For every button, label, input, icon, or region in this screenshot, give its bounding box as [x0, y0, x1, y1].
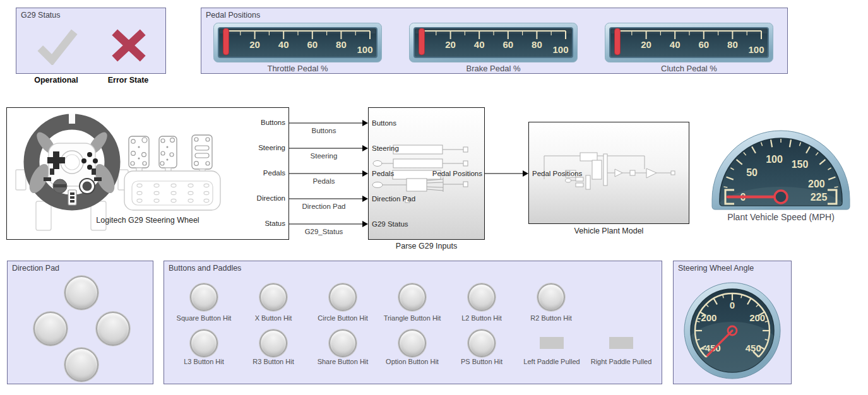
- parse-input-buttons: Buttons: [372, 119, 396, 127]
- direction-pad-panel-title: Direction Pad: [12, 264, 59, 273]
- svg-text:225: 225: [811, 192, 828, 203]
- signal-label-steering[interactable]: Steering: [286, 152, 362, 160]
- svg-text:60: 60: [307, 39, 318, 50]
- lamp-label-circle: Circle Button Hit: [305, 314, 381, 322]
- lamp-label-left-paddle: Left Paddle Pulled: [514, 358, 590, 365]
- svg-text:40: 40: [278, 39, 289, 50]
- parse-input-direction-pad: Direction Pad: [372, 195, 415, 203]
- signal-label-g29-status[interactable]: G29_Status: [286, 228, 362, 235]
- lamp-label-share: Share Button Hit: [305, 358, 381, 365]
- direction-lamp-left[interactable]: [33, 312, 68, 346]
- steering-wheel-angle-gauge[interactable]: -450-2000200450: [684, 282, 781, 379]
- svg-text:20: 20: [445, 39, 456, 50]
- lamp-left-paddle[interactable]: [540, 337, 564, 349]
- parse-g29-inputs-block[interactable]: Buttons Steering Pedals Direction Pad G2…: [368, 107, 485, 240]
- svg-text:80: 80: [532, 39, 542, 50]
- svg-text:450: 450: [746, 343, 761, 353]
- clutch-gauge-caption: Clutch Pedal %: [605, 64, 773, 73]
- error-cross-icon[interactable]: [109, 27, 148, 64]
- direction-lamp-up[interactable]: [64, 276, 98, 310]
- parse-input-g29-status: G29 Status: [372, 220, 408, 228]
- svg-text:100: 100: [748, 44, 764, 55]
- error-state-label: Error State: [90, 76, 166, 85]
- operational-check-icon[interactable]: [33, 26, 79, 65]
- lamp-x-button[interactable]: [259, 283, 287, 311]
- speed-gauge-caption: Plant Vehicle Speed (MPH): [699, 212, 863, 222]
- plant-vehicle-speed-gauge[interactable]: 050100150200225: [708, 126, 857, 224]
- lamp-right-paddle[interactable]: [609, 337, 633, 349]
- lamp-r3-button[interactable]: [259, 329, 287, 357]
- wheel-port-direction: Direction: [222, 194, 285, 202]
- direction-lamp-down[interactable]: [64, 348, 98, 382]
- wheel-port-steering: Steering: [222, 144, 285, 151]
- svg-text:80: 80: [727, 39, 738, 50]
- pedal-positions-panel-title: Pedal Positions: [206, 11, 260, 20]
- svg-text:200: 200: [808, 179, 825, 189]
- wheel-port-pedals: Pedals: [222, 169, 285, 177]
- clutch-pedal-gauge[interactable]: 20406080100: [605, 23, 773, 62]
- lamp-ps-button[interactable]: [468, 329, 496, 357]
- steering-wheel-angle-panel-title: Steering Wheel Angle: [678, 264, 754, 273]
- simulink-model-canvas: G29 Status Operational Error State Pedal…: [0, 0, 868, 395]
- lamp-option-button[interactable]: [398, 329, 426, 357]
- lamp-square-button[interactable]: [190, 283, 218, 311]
- brake-pedal-gauge[interactable]: 20406080100: [409, 23, 578, 62]
- lamp-label-r2: R2 Button Hit: [513, 314, 589, 322]
- parse-input-pedals: Pedals: [372, 170, 394, 177]
- g29-status-panel-title: G29 Status: [21, 11, 61, 20]
- svg-text:150: 150: [792, 159, 809, 170]
- plant-input-pedal-positions: Pedal Positions: [532, 170, 582, 177]
- signal-label-pedals[interactable]: Pedals: [286, 177, 362, 185]
- svg-text:100: 100: [357, 44, 372, 55]
- lamp-circle-button[interactable]: [329, 283, 357, 311]
- svg-text:50: 50: [746, 167, 758, 178]
- parse-block-caption: Parse G29 Inputs: [368, 242, 485, 251]
- lamp-l2-button[interactable]: [468, 283, 496, 311]
- signal-label-buttons[interactable]: Buttons: [286, 127, 362, 134]
- throttle-pedal-gauge[interactable]: 20406080100: [213, 23, 382, 62]
- buttons-and-paddles-panel-title: Buttons and Paddles: [169, 264, 241, 273]
- svg-text:80: 80: [336, 39, 347, 50]
- lamp-label-l2: L2 Button Hit: [444, 314, 520, 322]
- lamp-label-square: Square Button Hit: [166, 314, 242, 322]
- lamp-label-ps: PS Button Hit: [444, 358, 520, 365]
- signal-label-direction-pad[interactable]: Direction Pad: [286, 203, 362, 210]
- lamp-label-option: Option Button Hit: [374, 358, 450, 365]
- throttle-gauge-caption: Throttle Pedal %: [213, 64, 382, 73]
- svg-text:200: 200: [749, 312, 765, 323]
- svg-text:20: 20: [249, 39, 260, 50]
- g29-status-panel[interactable]: G29 Status: [16, 8, 166, 74]
- wheel-port-buttons: Buttons: [222, 119, 285, 126]
- pedal-positions-panel[interactable]: Pedal Positions 20406080100 20406080100: [201, 8, 788, 74]
- lamp-share-button[interactable]: [329, 329, 357, 357]
- parse-output-pedal-positions: Pedal Positions: [419, 170, 482, 177]
- lamp-label-l3: L3 Button Hit: [166, 358, 242, 365]
- svg-text:100: 100: [766, 154, 783, 165]
- svg-text:60: 60: [698, 39, 709, 50]
- buttons-and-paddles-panel[interactable]: Buttons and Paddles Square Button Hit X …: [163, 261, 662, 384]
- operational-label: Operational: [18, 76, 94, 85]
- svg-text:100: 100: [552, 44, 568, 55]
- svg-text:20: 20: [641, 39, 651, 50]
- lamp-label-x: X Button Hit: [235, 314, 311, 322]
- svg-text:40: 40: [670, 39, 681, 50]
- svg-text:60: 60: [502, 39, 513, 50]
- brake-gauge-caption: Brake Pedal %: [409, 64, 578, 73]
- lamp-r2-button[interactable]: [537, 283, 565, 311]
- direction-lamp-right[interactable]: [96, 312, 130, 346]
- svg-text:-200: -200: [698, 312, 716, 323]
- svg-text:0: 0: [730, 300, 735, 310]
- lamp-label-triangle: Triangle Button Hit: [374, 314, 450, 322]
- plant-block-caption: Vehicle Plant Model: [528, 227, 689, 235]
- lamp-l3-button[interactable]: [190, 329, 218, 357]
- parse-input-steering: Steering: [372, 144, 399, 152]
- vehicle-plant-model-block[interactable]: Pedal Positions: [528, 122, 689, 224]
- lamp-label-right-paddle: Right Paddle Pulled: [583, 358, 659, 365]
- lamp-label-r3: R3 Button Hit: [235, 358, 311, 365]
- lamp-triangle-button[interactable]: [398, 283, 426, 311]
- direction-pad-panel[interactable]: Direction Pad: [7, 261, 153, 384]
- svg-text:40: 40: [474, 39, 485, 50]
- wheel-port-status: Status: [222, 220, 285, 227]
